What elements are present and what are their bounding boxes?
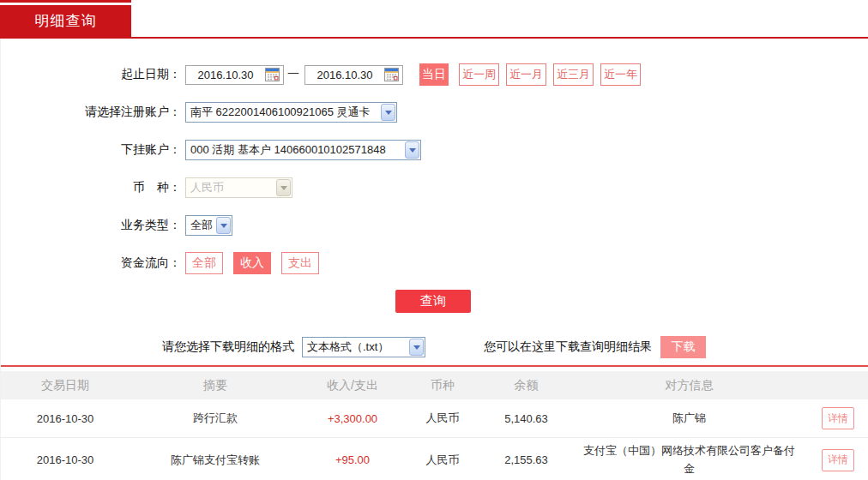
start-date-input[interactable] bbox=[186, 69, 265, 81]
cell-amount: +3,300.00 bbox=[301, 412, 404, 425]
fund-flow-label: 资金流向： bbox=[1, 255, 181, 271]
download-hint: 您可以在这里下载查询明细结果 bbox=[484, 339, 652, 355]
header-currency: 币种 bbox=[404, 378, 481, 393]
chevron-down-icon bbox=[276, 179, 291, 196]
header-income-expense: 收入/支出 bbox=[301, 378, 404, 393]
tab-label: 明细查询 bbox=[35, 11, 97, 31]
sub-account-select[interactable]: 000 活期 基本户 140660010102571848 bbox=[185, 140, 421, 160]
cell-counterparty: 支付宝（中国）网络技术有限公司客户备付金 bbox=[571, 438, 807, 480]
cell-currency: 人民币 bbox=[404, 453, 481, 468]
business-type-value: 全部 bbox=[186, 218, 215, 233]
header-counterparty: 对方信息 bbox=[571, 378, 807, 393]
quick-range-today-button[interactable]: 当日 bbox=[419, 63, 449, 86]
chevron-down-icon bbox=[381, 104, 395, 121]
fund-flow-expense-button[interactable]: 支出 bbox=[281, 252, 319, 274]
query-form: 起止日期： 一 bbox=[0, 39, 868, 480]
cell-balance: 2,155.63 bbox=[481, 453, 571, 466]
currency-label: 币 种： bbox=[1, 180, 181, 195]
registered-account-value: 南平 6222001406100921065 灵通卡 bbox=[186, 105, 380, 120]
query-button[interactable]: 查询 bbox=[395, 290, 471, 313]
cell-counterparty: 陈广锦 bbox=[571, 405, 807, 432]
quick-range-month-button[interactable]: 近一月 bbox=[506, 63, 546, 86]
header-underline bbox=[0, 37, 868, 39]
business-type-row: 业务类型： 全部 bbox=[1, 214, 868, 237]
calendar-icon[interactable] bbox=[265, 68, 280, 81]
registered-account-row: 请选择注册账户： 南平 6222001406100921065 灵通卡 bbox=[1, 101, 868, 123]
currency-select: 人民币 bbox=[185, 177, 292, 198]
fund-flow-income-button[interactable]: 收入 bbox=[233, 252, 271, 274]
header-tabbar: 明细查询 bbox=[0, 0, 868, 39]
cell-trade-date: 2016-10-30 bbox=[1, 412, 130, 425]
table-header: 交易日期 摘要 收入/支出 币种 余额 对方信息 bbox=[1, 371, 868, 399]
date-range-label: 起止日期： bbox=[1, 67, 181, 82]
chevron-down-icon bbox=[409, 339, 424, 356]
date-range-row: 起止日期： 一 bbox=[1, 63, 868, 86]
header-balance: 余额 bbox=[481, 378, 571, 393]
quick-range-year-button[interactable]: 近一年 bbox=[600, 63, 641, 86]
cell-trade-date: 2016-10-30 bbox=[1, 453, 130, 466]
download-format-select[interactable]: 文本格式（.txt） bbox=[302, 337, 425, 357]
cell-balance: 5,140.63 bbox=[481, 412, 571, 425]
end-date-field bbox=[304, 65, 403, 85]
query-row: 查询 bbox=[1, 290, 868, 313]
fund-flow-row: 资金流向： 全部 收入 支出 bbox=[1, 252, 868, 274]
detail-button[interactable]: 详情 bbox=[822, 407, 854, 429]
download-row: 请您选择下载明细的格式 文本格式（.txt） 您可以在这里下载查询明细结果 下载 bbox=[1, 336, 868, 358]
cell-currency: 人民币 bbox=[404, 411, 481, 426]
header-summary: 摘要 bbox=[130, 378, 301, 393]
chevron-down-icon bbox=[405, 141, 419, 159]
header-trade-date: 交易日期 bbox=[1, 378, 130, 393]
registered-account-select[interactable]: 南平 6222001406100921065 灵通卡 bbox=[185, 102, 397, 123]
sub-account-row: 下挂账户： 000 活期 基本户 140660010102571848 bbox=[1, 139, 868, 161]
cell-amount: +95.00 bbox=[301, 453, 404, 466]
currency-value: 人民币 bbox=[186, 180, 275, 195]
table-row: 2016-10-30 陈广锦支付宝转账 +95.00 人民币 2,155.63 … bbox=[1, 438, 868, 480]
quick-range-3months-button[interactable]: 近三月 bbox=[553, 63, 594, 86]
detail-button[interactable]: 详情 bbox=[822, 449, 854, 471]
business-type-select[interactable]: 全部 bbox=[185, 215, 232, 236]
download-button[interactable]: 下载 bbox=[660, 336, 706, 358]
cell-summary: 陈广锦支付宝转账 bbox=[130, 453, 301, 468]
end-date-input[interactable] bbox=[305, 69, 384, 81]
registered-account-label: 请选择注册账户： bbox=[1, 105, 181, 120]
start-date-field bbox=[185, 65, 284, 85]
cell-summary: 跨行汇款 bbox=[130, 411, 301, 426]
quick-range-week-button[interactable]: 近一周 bbox=[459, 63, 499, 86]
chevron-down-icon bbox=[216, 217, 231, 234]
calendar-icon[interactable] bbox=[384, 68, 399, 81]
date-separator: 一 bbox=[287, 67, 299, 82]
sub-account-label: 下挂账户： bbox=[1, 142, 181, 158]
business-type-label: 业务类型： bbox=[1, 218, 181, 233]
red-divider bbox=[1, 365, 868, 367]
download-format-label: 请您选择下载明细的格式 bbox=[162, 339, 294, 355]
fund-flow-all-button[interactable]: 全部 bbox=[185, 252, 223, 274]
download-format-value: 文本格式（.txt） bbox=[303, 339, 408, 355]
sub-account-value: 000 活期 基本户 140660010102571848 bbox=[186, 142, 404, 158]
detail-query-page: 明细查询 起止日期： bbox=[0, 0, 868, 480]
tab-top-strip bbox=[0, 0, 131, 3]
table-row: 2016-10-30 跨行汇款 +3,300.00 人民币 5,140.63 陈… bbox=[1, 399, 868, 438]
tab-detail-query[interactable]: 明细查询 bbox=[0, 5, 131, 37]
currency-row: 币 种： 人民币 bbox=[1, 177, 868, 199]
